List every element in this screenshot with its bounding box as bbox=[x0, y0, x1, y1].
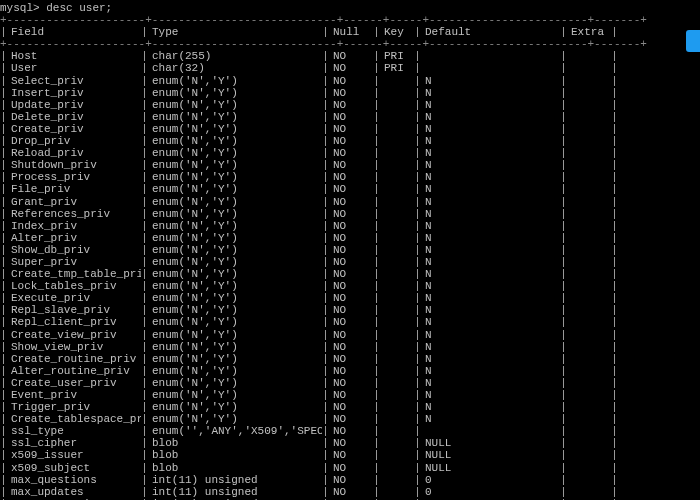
pipe-icon: | bbox=[560, 87, 567, 99]
table-row: |Alter_priv|enum('N','Y')|NO||N|| bbox=[0, 232, 700, 244]
table-rule-top: +---------------------+-----------------… bbox=[0, 14, 700, 26]
pipe-icon: | bbox=[322, 196, 329, 208]
pipe-icon: | bbox=[414, 50, 421, 62]
cell-null: NO bbox=[329, 183, 373, 195]
pipe-icon: | bbox=[560, 256, 567, 268]
cell-extra bbox=[567, 244, 611, 256]
pipe-icon: | bbox=[560, 449, 567, 461]
pipe-icon: | bbox=[322, 425, 329, 437]
pipe-icon: | bbox=[0, 449, 7, 461]
cell-default: NULL bbox=[421, 437, 560, 449]
cell-key bbox=[380, 401, 414, 413]
pipe-icon: | bbox=[414, 244, 421, 256]
cell-default: N bbox=[421, 341, 560, 353]
cell-key bbox=[380, 75, 414, 87]
pipe-icon: | bbox=[414, 280, 421, 292]
terminal[interactable]: mysql> desc user; +---------------------… bbox=[0, 0, 700, 500]
col-header-default: Default bbox=[421, 26, 560, 38]
cell-null: NO bbox=[329, 377, 373, 389]
pipe-icon: | bbox=[373, 99, 380, 111]
pipe-icon: | bbox=[0, 50, 7, 62]
pipe-icon: | bbox=[0, 159, 7, 171]
pipe-icon: | bbox=[141, 474, 148, 486]
pipe-icon: | bbox=[611, 474, 618, 486]
pipe-icon: | bbox=[0, 462, 7, 474]
cell-extra bbox=[567, 341, 611, 353]
table-row: |Create_priv|enum('N','Y')|NO||N|| bbox=[0, 123, 700, 135]
pipe-icon: | bbox=[322, 341, 329, 353]
cell-field: Create_user_priv bbox=[7, 377, 141, 389]
cell-extra bbox=[567, 256, 611, 268]
pipe-icon: | bbox=[611, 280, 618, 292]
cell-type: enum('N','Y') bbox=[148, 183, 322, 195]
cell-extra bbox=[567, 183, 611, 195]
pipe-icon: | bbox=[560, 62, 567, 74]
pipe-icon: | bbox=[0, 183, 7, 195]
pipe-icon: | bbox=[414, 183, 421, 195]
cell-default: N bbox=[421, 304, 560, 316]
cell-key bbox=[380, 280, 414, 292]
pipe-icon: | bbox=[141, 26, 148, 38]
cell-null: NO bbox=[329, 425, 373, 437]
pipe-icon: | bbox=[0, 365, 7, 377]
pipe-icon: | bbox=[141, 486, 148, 498]
cell-field: Trigger_priv bbox=[7, 401, 141, 413]
cell-null: NO bbox=[329, 87, 373, 99]
pipe-icon: | bbox=[141, 123, 148, 135]
table-row: |Update_priv|enum('N','Y')|NO||N|| bbox=[0, 99, 700, 111]
cell-null: NO bbox=[329, 341, 373, 353]
cell-extra bbox=[567, 316, 611, 328]
pipe-icon: | bbox=[322, 244, 329, 256]
table-row: |Shutdown_priv|enum('N','Y')|NO||N|| bbox=[0, 159, 700, 171]
cell-type: enum('','ANY','X509','SPECIFIED') bbox=[148, 425, 322, 437]
cell-type: enum('N','Y') bbox=[148, 123, 322, 135]
pipe-icon: | bbox=[560, 437, 567, 449]
cell-default: N bbox=[421, 183, 560, 195]
cell-null: NO bbox=[329, 171, 373, 183]
table-row: |Process_priv|enum('N','Y')|NO||N|| bbox=[0, 171, 700, 183]
cell-extra bbox=[567, 232, 611, 244]
cell-key bbox=[380, 256, 414, 268]
cell-null: NO bbox=[329, 123, 373, 135]
pipe-icon: | bbox=[611, 135, 618, 147]
pipe-icon: | bbox=[414, 389, 421, 401]
cell-key bbox=[380, 486, 414, 498]
cell-key bbox=[380, 329, 414, 341]
cell-default bbox=[421, 50, 560, 62]
table-row: |ssl_cipher|blob|NO||NULL|| bbox=[0, 437, 700, 449]
cell-type: enum('N','Y') bbox=[148, 75, 322, 87]
cell-extra bbox=[567, 147, 611, 159]
pipe-icon: | bbox=[141, 220, 148, 232]
pipe-icon: | bbox=[414, 449, 421, 461]
cell-type: int(11) unsigned bbox=[148, 486, 322, 498]
pipe-icon: | bbox=[0, 26, 7, 38]
cell-extra bbox=[567, 462, 611, 474]
cell-type: enum('N','Y') bbox=[148, 389, 322, 401]
cell-extra bbox=[567, 304, 611, 316]
cell-extra bbox=[567, 123, 611, 135]
cell-null: NO bbox=[329, 196, 373, 208]
pipe-icon: | bbox=[560, 171, 567, 183]
cell-type: enum('N','Y') bbox=[148, 232, 322, 244]
cell-null: NO bbox=[329, 304, 373, 316]
pipe-icon: | bbox=[560, 341, 567, 353]
cell-key bbox=[380, 425, 414, 437]
pipe-icon: | bbox=[322, 75, 329, 87]
table-rule-header: +---------------------+-----------------… bbox=[0, 38, 700, 50]
pipe-icon: | bbox=[560, 486, 567, 498]
pipe-icon: | bbox=[611, 449, 618, 461]
pipe-icon: | bbox=[414, 159, 421, 171]
cell-default: N bbox=[421, 244, 560, 256]
pipe-icon: | bbox=[373, 135, 380, 147]
pipe-icon: | bbox=[611, 159, 618, 171]
side-badge-icon bbox=[686, 30, 700, 52]
pipe-icon: | bbox=[414, 377, 421, 389]
cell-null: NO bbox=[329, 280, 373, 292]
col-header-key: Key bbox=[380, 26, 414, 38]
pipe-icon: | bbox=[0, 304, 7, 316]
pipe-icon: | bbox=[0, 292, 7, 304]
table-row: |x509_subject|blob|NO||NULL|| bbox=[0, 462, 700, 474]
table-row: |User|char(32)|NO|PRI||| bbox=[0, 62, 700, 74]
pipe-icon: | bbox=[560, 159, 567, 171]
pipe-icon: | bbox=[560, 196, 567, 208]
